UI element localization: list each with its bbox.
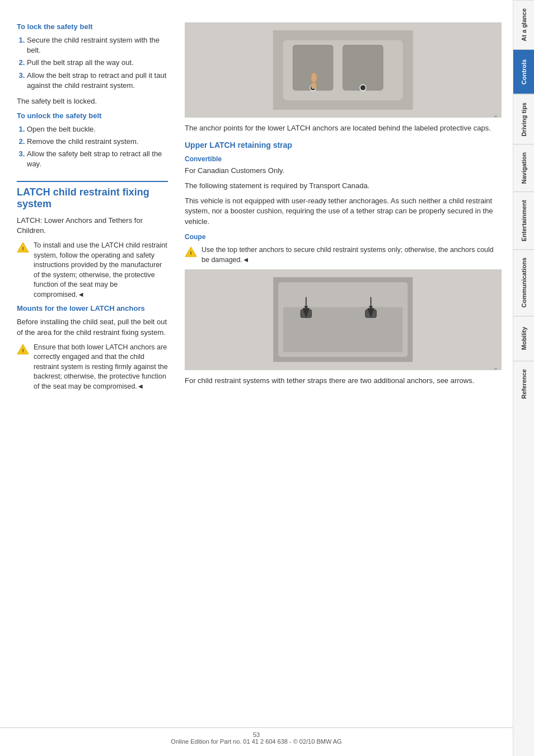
sidebar-tab-mobility[interactable]: Mobility: [513, 316, 534, 361]
warning-icon-2: !: [17, 343, 29, 356]
coupe-subtitle: Coupe: [185, 233, 502, 241]
lock-step-2: Pull the belt strap all the way out.: [27, 58, 168, 68]
unlock-step-1: Open the belt buckle.: [27, 124, 168, 134]
unlock-step-3: Allow the safety belt strap to retract a…: [27, 149, 168, 169]
to-unlock-section: To unlock the safety belt Open the belt …: [17, 111, 168, 170]
sidebar-tab-driving-tips[interactable]: Driving tips: [513, 94, 534, 144]
lock-step-3: Allow the belt strap to retract and pull…: [27, 71, 168, 91]
latch-warning-2: ! Ensure that both lower LATCH anchors a…: [17, 343, 168, 392]
svg-rect-5: [343, 45, 383, 90]
img1-id: W02ZC-S04: [493, 115, 498, 118]
sidebar-tab-at-a-glance[interactable]: At a glance: [513, 0, 534, 49]
lock-step-1: Secure the child restraint system with t…: [27, 35, 168, 55]
convertible-subtitle: Convertible: [185, 155, 502, 163]
convertible-para2: The following statement is required by T…: [185, 181, 502, 192]
to-unlock-steps: Open the belt buckle. Remove the child r…: [27, 124, 168, 170]
footer: 53 Online Edition for Part no. 01 41 2 6…: [0, 727, 513, 745]
svg-text:!: !: [22, 347, 24, 353]
convertible-subsection: Convertible For Canadian Customers Only.…: [185, 155, 502, 227]
img1-caption: The anchor points for the lower LATCH an…: [185, 123, 502, 134]
sidebar-tabs: At a glance Controls Driving tips Naviga…: [513, 0, 534, 756]
mounts-para: Before installing the child seat, pull t…: [17, 317, 168, 338]
img2-id: W21FC-S04: [493, 368, 498, 370]
unlock-step-2: Remove the child restraint system.: [27, 137, 168, 147]
sidebar-tab-communications[interactable]: Communications: [513, 249, 534, 315]
latch-warning-2-text: Ensure that both lower LATCH anchors are…: [34, 343, 168, 392]
mounts-title: Mounts for the lower LATCH anchors: [17, 304, 168, 312]
tether-anchors-image: W21FC-S04: [185, 269, 502, 370]
warning-icon-1: !: [17, 241, 29, 254]
page-number: 53: [253, 731, 260, 738]
coupe-subsection: Coupe ! Use the top tether anchors to se…: [185, 233, 502, 386]
to-lock-section: To lock the safety belt Secure the child…: [17, 22, 168, 107]
svg-rect-9: [312, 82, 317, 88]
img2-caption: For child restraint systems with tether …: [185, 376, 502, 386]
left-column: To lock the safety belt Secure the child…: [0, 11, 179, 756]
sidebar-tab-controls[interactable]: Controls: [513, 49, 534, 94]
svg-text:!: !: [22, 246, 24, 251]
convertible-para3: This vehicle is not equipped with user-r…: [185, 196, 502, 228]
latch-intro: LATCH: Lower Anchors and Tethers for Chi…: [17, 216, 168, 237]
warning-icon-coupe: !: [185, 246, 197, 258]
svg-rect-14: [301, 310, 312, 318]
latch-section: LATCH child restraint fixing system LATC…: [17, 181, 168, 392]
lock-note: The safety belt is locked.: [17, 96, 168, 107]
to-unlock-title: To unlock the safety belt: [17, 111, 168, 120]
sidebar-tab-navigation[interactable]: Navigation: [513, 144, 534, 192]
to-lock-steps: Secure the child restraint system with t…: [27, 35, 168, 91]
upper-latch-title: Upper LATCH retaining strap: [185, 141, 502, 150]
svg-point-7: [360, 85, 366, 91]
latch-warning-1-text: To install and use the LATCH child restr…: [34, 241, 168, 300]
convertible-para1: For Canadian Customers Only.: [185, 166, 502, 176]
sidebar-tab-reference[interactable]: Reference: [513, 361, 534, 407]
latch-anchors-image: W02ZC-S04: [185, 22, 502, 118]
copyright: Online Edition for Part no. 01 41 2 604 …: [171, 738, 341, 745]
right-column: W02ZC-S04 The anchor points for the lowe…: [179, 11, 513, 756]
coupe-warning-text: Use the top tether anchors to secure chi…: [202, 245, 502, 265]
to-lock-title: To lock the safety belt: [17, 22, 168, 31]
latch-warning-1: ! To install and use the LATCH child res…: [17, 241, 168, 300]
upper-latch-section: Upper LATCH retaining strap Convertible …: [185, 141, 502, 386]
svg-rect-15: [366, 310, 377, 318]
svg-text:!: !: [190, 250, 191, 256]
svg-point-8: [311, 72, 317, 82]
latch-title: LATCH child restraint fixing system: [17, 181, 168, 210]
coupe-warning: ! Use the top tether anchors to secure c…: [185, 245, 502, 265]
sidebar-tab-entertainment[interactable]: Entertainment: [513, 192, 534, 249]
